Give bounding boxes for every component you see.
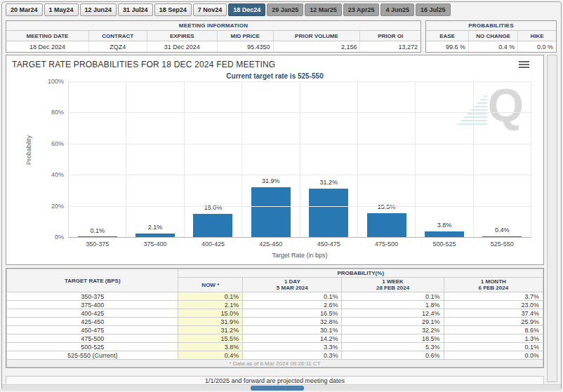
chart-cells: 0.1%350-3752.1%375-40015.0%400-42531.9%4…	[69, 81, 531, 237]
tab-12-jun24[interactable]: 12 Jun24	[80, 4, 117, 16]
cell-month: 1.3%	[444, 334, 543, 343]
chart-category-375-400: 2.1%375-400	[126, 81, 184, 237]
cell-rate: 350-375	[7, 292, 178, 301]
bar-value-label: 15.0%	[185, 204, 241, 211]
meeting-info-value-3: 95.4350	[218, 41, 274, 52]
tab-16-jul25[interactable]: 16 Jul25	[416, 4, 451, 16]
meeting-info-header-2: EXPIRES	[147, 31, 218, 41]
cell-rate: 450-475	[7, 326, 178, 334]
chart-title: TARGET RATE PROBABILITIES FOR 18 DEC 202…	[12, 60, 275, 69]
bar-chart-plot: 0.1%350-3752.1%375-40015.0%400-42531.9%4…	[68, 81, 531, 238]
table-row: 350-3750.1%0.1%0.1%3.7%	[7, 292, 543, 301]
cell-now: 2.1%	[178, 301, 243, 309]
meeting-info-header-0: MEETING DATE	[6, 31, 89, 41]
cell-now: 0.1%	[178, 292, 243, 301]
cell-day: 0.3%	[243, 351, 342, 360]
cell-month: 25.9%	[444, 318, 543, 326]
cell-week: 12.4%	[342, 309, 444, 318]
horizontal-scrollbar-track[interactable]	[2, 384, 561, 391]
table-row: 400-42515.0%16.5%12.4%37.4%	[7, 309, 543, 318]
table-row: 425-45031.9%32.8%29.1%25.9%	[7, 318, 543, 326]
grid-line	[69, 112, 531, 113]
meeting-info-title: MEETING INFORMATION	[6, 21, 420, 31]
y-tick-label: 40%	[51, 171, 64, 178]
cell-month: 3.7%	[444, 292, 543, 301]
cell-now: 31.2%	[178, 326, 243, 334]
y-tick-label: 60%	[51, 140, 64, 147]
cell-now: 31.9%	[178, 318, 243, 326]
bar-value-label: 3.8%	[416, 222, 472, 229]
chart-category-425-450: 31.9%425-450	[242, 81, 300, 237]
cell-now: 3.8%	[178, 343, 243, 351]
sub-header-3: 1 MONTH6 FEB 2024	[444, 278, 543, 292]
bar-350-375[interactable]	[78, 236, 117, 237]
chart-category-475-500: 15.5%475-500	[358, 81, 416, 237]
chart-category-500-525: 3.8%500-525	[416, 81, 473, 237]
tab-18-sep24[interactable]: 18 Sep24	[154, 4, 192, 16]
meeting-info-header-4: PRIOR VOLUME	[274, 31, 361, 41]
tab-7-nov24[interactable]: 7 Nov24	[193, 4, 227, 16]
chart-category-350-375: 0.1%350-375	[69, 81, 126, 237]
tab-4-jun25[interactable]: 4 Jun25	[380, 4, 414, 16]
probabilities-panel: PROBABILITIES EASENO CHANGEHIKE 99.6 %0.…	[425, 20, 557, 53]
tab-23-apr25[interactable]: 23 Apr25	[343, 4, 380, 16]
grid-line	[69, 144, 531, 144]
tab-29-jan25[interactable]: 29 Jan25	[267, 4, 303, 16]
meeting-info-header-3: MID PRICE	[218, 31, 274, 41]
meeting-tabs: 20 Mar241 May2412 Jun2431 Jul2418 Sep247…	[6, 4, 451, 16]
grid-line	[69, 81, 531, 82]
bar-450-475[interactable]	[309, 189, 348, 237]
cell-week: 29.1%	[342, 318, 444, 326]
bar-value-label: 0.4%	[474, 227, 531, 234]
meeting-info-headers: MEETING DATECONTRACTEXPIRESMID PRICEPRIO…	[6, 31, 420, 41]
probabilities-value-0: 99.6 %	[426, 41, 469, 52]
cell-now: 0.4%	[178, 351, 243, 360]
cell-week: 18.5%	[342, 334, 444, 343]
sub-header-0: NOW *	[178, 278, 243, 292]
grid-line	[69, 206, 531, 207]
x-axis-title: Target Rate (in bps)	[68, 252, 531, 259]
bar-475-500[interactable]	[367, 213, 406, 237]
cell-month: 0.1%	[444, 343, 543, 351]
table-row: 500-5253.8%3.3%5.3%0.1%	[7, 343, 543, 351]
probabilities-headers: EASENO CHANGEHIKE	[426, 31, 556, 41]
probabilities-header-0: EASE	[426, 31, 469, 41]
probabilities-value-1: 0.4 %	[469, 41, 518, 52]
bar-425-450[interactable]	[251, 187, 291, 237]
bar-value-label: 31.9%	[242, 177, 299, 184]
tab-31-jul24[interactable]: 31 Jul24	[118, 4, 153, 16]
cell-week: 0.1%	[342, 292, 444, 301]
tab-20-mar24[interactable]: 20 Mar24	[6, 4, 43, 16]
bar-375-400[interactable]	[135, 234, 175, 237]
tab-1-may24[interactable]: 1 May24	[44, 4, 79, 16]
bar-525-550[interactable]	[482, 236, 522, 237]
cell-now: 15.0%	[178, 309, 243, 318]
meeting-info-value-5: 13,272	[360, 41, 420, 52]
cell-rate: 525-550 (Current)	[7, 351, 178, 360]
bar-500-525[interactable]	[425, 231, 464, 237]
bar-400-425[interactable]	[193, 214, 232, 237]
hamburger-menu-icon[interactable]	[519, 61, 529, 69]
vertical-scrollbar[interactable]	[547, 55, 557, 382]
target-rate-header: TARGET RATE (BPS)	[7, 269, 178, 292]
cell-day: 3.3%	[243, 343, 342, 351]
y-tick-label: 80%	[51, 109, 64, 116]
sub-header-1: 1 DAY5 MAR 2024	[243, 278, 342, 292]
meeting-info-header-1: CONTRACT	[89, 31, 147, 41]
cell-day: 16.5%	[243, 309, 342, 318]
tab-12-mar25[interactable]: 12 Mar25	[305, 4, 342, 16]
table-row: 375-4002.1%2.6%1.8%23.0%	[7, 301, 543, 309]
probability-table-panel: TARGET RATE (BPS) PROBABILITY(%) NOW *1 …	[6, 268, 544, 368]
y-tick-label: 0%	[55, 234, 64, 241]
probability-group-header: PROBABILITY(%)	[178, 269, 543, 278]
chart-category-525-550: 0.4%525-550	[474, 81, 531, 237]
cell-rate: 425-450	[7, 318, 178, 326]
table-row: 450-47531.2%30.1%32.2%8.6%	[7, 326, 543, 334]
tab-18-dec24[interactable]: 18 Dec24	[228, 4, 265, 16]
horizontal-scrollbar-thumb[interactable]	[251, 386, 304, 391]
y-tick-label: 100%	[48, 78, 64, 85]
probabilities-title: PROBABILITIES	[426, 21, 556, 31]
meeting-info-header-5: PRIOR OI	[360, 31, 420, 41]
cell-month: 8.6%	[444, 326, 543, 334]
cell-rate: 475-500	[7, 334, 178, 343]
